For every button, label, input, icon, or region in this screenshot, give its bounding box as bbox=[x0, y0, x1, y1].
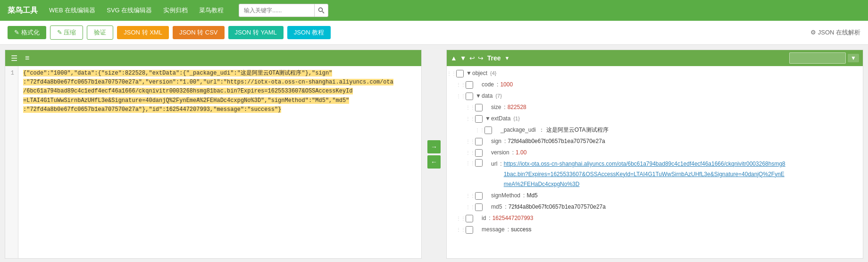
toolbar-right-label: ⚙ JSON 在线解析 bbox=[810, 28, 860, 37]
drag-handle-data[interactable]: ⋮⋮ bbox=[456, 92, 464, 101]
left-panel-body: 1 {"code":"1000","data":{"size":822528,"… bbox=[5, 66, 421, 258]
key-data: data bbox=[482, 91, 492, 101]
drag-handle-sign[interactable]: ⋮⋮ bbox=[466, 137, 473, 146]
left-header-menu-icon[interactable]: ≡ bbox=[23, 53, 31, 63]
nav-svg-editor[interactable]: SVG 在线编辑器 bbox=[107, 6, 152, 15]
drag-handle-signmethod[interactable]: ⋮⋮ bbox=[466, 192, 473, 200]
val-md5: 72fd4a8b0e67fc0657b1ea707570e27a bbox=[509, 202, 606, 212]
drag-handle-extdata[interactable]: ⋮⋮ bbox=[466, 115, 473, 123]
tree-row-size: ⋮⋮ size : 822528 bbox=[447, 102, 863, 113]
toggle-extdata[interactable]: ▼ bbox=[484, 114, 491, 124]
redo-icon[interactable]: ↪ bbox=[478, 54, 484, 62]
toggle-root[interactable]: ▼ bbox=[466, 68, 472, 79]
checkbox-id[interactable] bbox=[466, 215, 473, 222]
expand-down-icon[interactable]: ▼ bbox=[460, 54, 467, 62]
checkbox-sign[interactable] bbox=[475, 138, 483, 145]
drag-handle-url[interactable]: ⋮⋮ bbox=[466, 159, 473, 168]
checkbox-url[interactable] bbox=[475, 159, 483, 167]
val-size: 822528 bbox=[508, 102, 526, 113]
checkbox-message[interactable] bbox=[466, 226, 473, 234]
checkbox-size[interactable] bbox=[475, 104, 483, 111]
drag-handle-root[interactable]: ⋮⋮ bbox=[447, 69, 454, 78]
search-icon bbox=[318, 7, 325, 14]
main-content: ☰ ≡ 1 {"code":"1000","data":{"size":8225… bbox=[0, 45, 868, 262]
arrow-buttons: → ← bbox=[426, 50, 442, 259]
key-url: url bbox=[491, 159, 497, 169]
key-code: code bbox=[482, 80, 494, 90]
tree-search-input[interactable] bbox=[789, 52, 846, 64]
right-panel-header: ▲ ▼ ↩ ↪ Tree ▼ ▼ bbox=[447, 50, 863, 66]
toggle-code bbox=[475, 80, 482, 90]
svg-line-1 bbox=[322, 11, 324, 13]
toggle-id bbox=[475, 213, 482, 224]
validate-button[interactable]: 验证 bbox=[87, 25, 113, 40]
drag-handle-id[interactable]: ⋮⋮ bbox=[456, 214, 464, 223]
drag-handle-code[interactable]: ⋮⋮ bbox=[456, 81, 464, 89]
code-editor[interactable]: {"code":"1000","data":{"size":822528,"ex… bbox=[18, 66, 421, 258]
left-header-list-icon[interactable]: ☰ bbox=[9, 53, 19, 64]
tree-row-id: ⋮⋮ id : 1625447207993 bbox=[447, 213, 863, 224]
expand-up-icon[interactable]: ▲ bbox=[451, 54, 457, 62]
val-signmethod: Md5 bbox=[526, 191, 537, 201]
drag-handle-package-udi[interactable]: ⋮⋮ bbox=[475, 126, 483, 135]
line-numbers: 1 bbox=[5, 66, 18, 258]
checkbox-md5[interactable] bbox=[475, 203, 483, 211]
val-id: 1625447207993 bbox=[492, 213, 534, 224]
format-button[interactable]: ✎ 格式化 bbox=[8, 26, 46, 39]
toggle-data[interactable]: ▼ bbox=[475, 91, 482, 101]
tree-row-md5: ⋮⋮ md5 : 72fd4a8b0e67fc0657b1ea707570e27… bbox=[447, 202, 863, 213]
to-xml-button[interactable]: JSON 转 XML bbox=[117, 26, 169, 39]
nav-search-button[interactable] bbox=[314, 4, 328, 17]
nav-examples[interactable]: 实例归档 bbox=[163, 6, 188, 15]
drag-handle-size[interactable]: ⋮⋮ bbox=[466, 103, 473, 112]
key-signmethod: signMethod bbox=[491, 191, 520, 201]
key-extdata: extData bbox=[491, 114, 510, 124]
site-logo: 菜鸟工具 bbox=[8, 6, 38, 16]
drag-handle-version[interactable]: ⋮⋮ bbox=[466, 149, 473, 157]
toggle-md5 bbox=[484, 202, 491, 212]
checkbox-code[interactable] bbox=[466, 81, 473, 89]
json-parser-label: ⚙ JSON 在线解析 bbox=[810, 28, 860, 37]
filter-button[interactable]: ▼ bbox=[848, 54, 859, 62]
arrow-left-button[interactable]: ← bbox=[427, 155, 441, 169]
left-panel: ☰ ≡ 1 {"code":"1000","data":{"size":8225… bbox=[5, 50, 422, 259]
tree-label: Tree bbox=[487, 54, 501, 62]
checkbox-signmethod[interactable] bbox=[475, 192, 483, 200]
checkbox-version[interactable] bbox=[475, 149, 483, 157]
tutorial-button[interactable]: JSON 教程 bbox=[287, 26, 331, 39]
toggle-package-udi bbox=[494, 125, 501, 135]
key-sign: sign bbox=[491, 136, 501, 147]
tree-row-version: ⋮⋮ version : 1.00 bbox=[447, 147, 863, 159]
drag-handle-md5[interactable]: ⋮⋮ bbox=[466, 203, 473, 211]
key-md5: md5 bbox=[491, 202, 502, 212]
toggle-sign bbox=[484, 136, 491, 147]
key-root: object bbox=[472, 68, 487, 79]
key-message: message bbox=[482, 225, 505, 235]
key-size: size bbox=[491, 102, 501, 113]
right-search-box: ▼ bbox=[789, 52, 859, 64]
undo-icon[interactable]: ↩ bbox=[469, 54, 475, 62]
nav-tutorial[interactable]: 菜鸟教程 bbox=[199, 6, 224, 15]
checkbox-data[interactable] bbox=[466, 93, 473, 100]
key-id: id bbox=[482, 213, 486, 224]
tree-dropdown-icon[interactable]: ▼ bbox=[505, 55, 510, 61]
tree-view: ⋮⋮ ▼ object {4} ⋮⋮ code : 1000 bbox=[447, 68, 863, 236]
left-panel-header: ☰ ≡ bbox=[5, 50, 421, 66]
val-url[interactable]: https://iotx-ota.oss-cn-shanghai.aliyunc… bbox=[504, 159, 787, 190]
checkbox-extdata[interactable] bbox=[475, 115, 483, 123]
to-yaml-button[interactable]: JSON 转 YAML bbox=[228, 26, 284, 39]
tree-row-root: ⋮⋮ ▼ object {4} bbox=[447, 68, 863, 79]
right-header-controls: ▲ ▼ ↩ ↪ bbox=[451, 54, 484, 62]
to-csv-button[interactable]: JSON 转 CSV bbox=[173, 26, 225, 39]
val-sign: 72fd4a8b0e67fc0657b1ea707570e27a bbox=[508, 136, 605, 147]
drag-handle-message[interactable]: ⋮⋮ bbox=[456, 226, 464, 234]
arrow-right-button[interactable]: → bbox=[427, 140, 441, 153]
checkbox-package-udi[interactable] bbox=[484, 127, 492, 134]
nav-web-editor[interactable]: WEB 在线编辑器 bbox=[49, 6, 95, 15]
nav-search-input[interactable] bbox=[239, 4, 314, 17]
compress-button[interactable]: ✎ 压缩 bbox=[50, 25, 83, 40]
toggle-signmethod bbox=[484, 191, 491, 201]
checkbox-root[interactable] bbox=[456, 70, 464, 77]
tree-row-extdata: ⋮⋮ ▼ extData {1} bbox=[447, 113, 863, 125]
tree-row-message: ⋮⋮ message : success bbox=[447, 224, 863, 236]
